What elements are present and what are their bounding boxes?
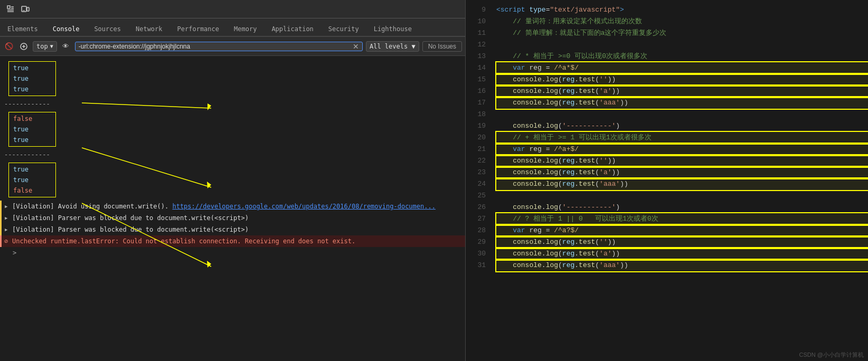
code-line-27: // ? 相当于 1 || 0 可以出现1次或者0次 [496, 213, 868, 225]
devtools-panel: Elements Console Sources Network Perform… [0, 0, 466, 361]
context-selector[interactable]: top ▼ [33, 41, 57, 52]
line-num-23: 23 [466, 167, 492, 178]
console-line: true [11, 63, 53, 73]
code-content: 9 10 11 12 13 14 15 16 17 18 19 20 21 22… [466, 0, 868, 361]
code-line-15: console.log(reg.test('')) [496, 74, 868, 86]
violation-line-1: [Violation] Avoid using document.write()… [0, 201, 465, 212]
tab-performance[interactable]: Performance [170, 22, 227, 37]
code-line-31: console.log(reg.test('aaa')) [496, 260, 868, 271]
watermark: CSDN @小小白学计算机 [799, 351, 864, 359]
code-line-9: <script type="text/javascript"> [496, 4, 868, 16]
line-num-17: 17 [466, 97, 492, 109]
line-num-30: 30 [466, 248, 492, 260]
levels-selector[interactable]: All levels ▼ [366, 41, 419, 52]
code-line-17: console.log(reg.test('aaa')) [496, 97, 868, 109]
line-num-16: 16 [466, 86, 492, 97]
filter-toggle-icon[interactable] [18, 41, 30, 52]
violation-link[interactable]: https://developers.google.com/web/update… [172, 203, 436, 210]
code-line-22: console.log(reg.test('')) [496, 155, 868, 167]
line-num-28: 28 [466, 225, 492, 236]
code-line-19: console.log('-----------') [496, 120, 868, 132]
line-num-11: 11 [466, 27, 492, 39]
code-line-20: // + 相当于 >= 1 可以出现1次或者很多次 [496, 132, 868, 144]
console-line: true [11, 84, 53, 94]
line-num-18: 18 [466, 109, 492, 120]
code-line-14: var reg = /^a*$/ [496, 62, 868, 74]
code-line-28: var reg = /^a?$/ [496, 225, 868, 236]
code-line-18 [496, 109, 868, 120]
line-num-21: 21 [466, 144, 492, 155]
clear-filter-icon[interactable]: ✕ [353, 42, 359, 51]
line-num-12: 12 [466, 39, 492, 51]
violation-line-3: [Violation] Parser was blocked due to do… [0, 224, 465, 235]
console-group-2: false true true [8, 112, 56, 147]
console-line: true [11, 124, 53, 135]
console-line: false [11, 185, 53, 196]
code-panel: 9 10 11 12 13 14 15 16 17 18 19 20 21 22… [466, 0, 868, 361]
devtools-tabs: Elements Console Sources Network Perform… [0, 18, 465, 37]
code-line-30: console.log(reg.test('a')) [496, 248, 868, 260]
line-num-13: 13 [466, 51, 492, 62]
line-num-19: 19 [466, 120, 492, 132]
tab-security[interactable]: Security [321, 22, 366, 37]
tab-console[interactable]: Console [45, 22, 87, 37]
tab-sources[interactable]: Sources [87, 22, 128, 37]
console-group-1: true true true [8, 61, 56, 96]
code-line-16: console.log(reg.test('a')) [496, 86, 868, 97]
tab-memory[interactable]: Memory [227, 22, 264, 37]
code-line-25 [496, 190, 868, 202]
code-line-21: var reg = /^a+$/ [496, 144, 868, 155]
tab-lighthouse[interactable]: Lighthouse [366, 22, 419, 37]
svg-rect-6 [27, 7, 29, 11]
svg-rect-0 [7, 6, 10, 8]
violation-line-2: [Violation] Parser was blocked due to do… [0, 212, 465, 224]
console-line: true [11, 175, 53, 185]
separator-1: ------------ [0, 99, 465, 109]
filter-input[interactable] [79, 43, 353, 50]
code-line-13: // * 相当于 >=0 可以出现0次或者很多次 [496, 51, 868, 62]
code-line-24: console.log(reg.test('aaa')) [496, 178, 868, 190]
filter-input-wrapper: ✕ [75, 42, 363, 51]
line-num-26: 26 [466, 202, 492, 213]
code-line-12 [496, 39, 868, 51]
line-num-22: 22 [466, 155, 492, 167]
eye-icon[interactable]: 👁 [60, 41, 72, 52]
line-num-20: 20 [466, 132, 492, 144]
line-num-9: 9 [466, 4, 492, 16]
console-line: true [11, 135, 53, 145]
code-line-10: // 量词符：用来设定某个模式出现的次数 [496, 16, 868, 27]
code-line-26: console.log('-----------') [496, 202, 868, 213]
line-num-25: 25 [466, 190, 492, 202]
context-label: top [36, 43, 48, 50]
no-issues-button[interactable]: No Issues [422, 41, 462, 52]
separator-2: ------------ [0, 150, 465, 159]
console-group-3: true true false [8, 163, 56, 197]
line-num-24: 24 [466, 178, 492, 190]
tab-network[interactable]: Network [128, 22, 170, 37]
line-num-27: 27 [466, 213, 492, 225]
code-line-11: // 简单理解：就是让下面的a这个字符重复多少次 [496, 27, 868, 39]
console-line: true [11, 164, 53, 175]
context-dropdown-icon: ▼ [50, 43, 53, 49]
error-line: Unchecked runtime.lastError: Could not e… [0, 235, 465, 247]
clear-console-icon[interactable]: 🚫 [3, 41, 15, 52]
tab-elements[interactable]: Elements [0, 22, 45, 37]
line-num-10: 10 [466, 16, 492, 27]
inspect-element-icon[interactable] [4, 3, 17, 15]
line-num-15: 15 [466, 74, 492, 86]
console-line: false [11, 113, 53, 124]
console-filter-bar: 🚫 top ▼ 👁 ✕ All levels ▼ No Issues [0, 37, 465, 56]
console-output[interactable]: true true true ------------ false true t… [0, 56, 465, 361]
devtools-toolbar [0, 0, 465, 18]
line-num-14: 14 [466, 62, 492, 74]
code-line-23: console.log(reg.test('a')) [496, 167, 868, 178]
device-toggle-icon[interactable] [19, 3, 32, 15]
code-lines: <script type="text/javascript"> // 量词符：用… [492, 0, 868, 361]
code-line-29: console.log(reg.test('')) [496, 236, 868, 248]
line-numbers: 9 10 11 12 13 14 15 16 17 18 19 20 21 22… [466, 0, 492, 361]
tab-application[interactable]: Application [264, 22, 320, 37]
line-num-31: 31 [466, 260, 492, 271]
console-line: true [11, 73, 53, 84]
line-num-29: 29 [466, 236, 492, 248]
prompt-line[interactable]: > [0, 247, 465, 259]
